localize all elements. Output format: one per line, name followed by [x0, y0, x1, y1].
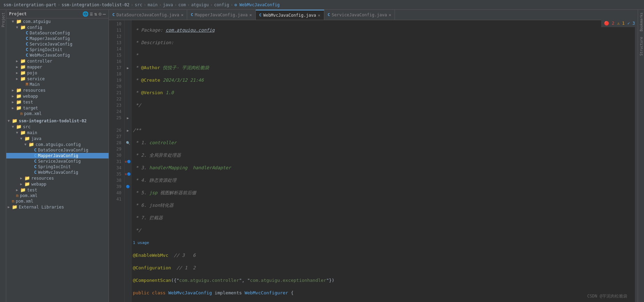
tab-label: WebMvcJavaConfig.java — [263, 13, 316, 18]
line-numbers: 10 11 12 13 14 15 16 17 18 19 20 21 22 2… — [109, 20, 125, 302]
tree-item[interactable]: ▼ 📁 com.atguigu.config — [6, 141, 109, 147]
tree-item[interactable]: ▼ 📁 ssm-integration-todolist-02 — [6, 118, 109, 124]
vertical-scrollbar[interactable] — [635, 20, 638, 302]
tree-item[interactable]: ▼ 📁 config — [6, 24, 109, 30]
breadcrumb-part[interactable]: config — [214, 2, 229, 7]
tree-item[interactable]: ▶ 📁 webapp — [6, 93, 109, 99]
tree-item[interactable]: M Main — [6, 82, 109, 87]
tree-item[interactable]: C DataSourceConfig — [6, 30, 109, 36]
breadcrumb-part[interactable]: ssm-integration-todolist-02 — [62, 2, 129, 7]
tree-item[interactable]: ▶ 📁 service — [6, 76, 109, 82]
tab-close[interactable]: ✕ — [181, 13, 183, 17]
tree-item[interactable]: C MapperJavaConfig — [6, 36, 109, 41]
tree-item[interactable]: ▶ 📁 webapp — [6, 181, 109, 187]
tree-item[interactable]: ▼ 📁 com.atguigu — [6, 18, 109, 24]
sidebar-icon-sort[interactable]: ⇅ — [94, 11, 97, 17]
tree-item[interactable]: ▶ 📁 test — [6, 99, 109, 105]
code-content[interactable]: * Package: com.atguigu.config * Descript… — [132, 20, 635, 302]
gutter: ▶ ▶ ▶ 🔍 ⚙🔵 ⚙🔵 🔵 — [125, 20, 132, 302]
bookmarks-label[interactable]: Bookmarks — [638, 10, 644, 34]
tree-item[interactable]: C WebMvcJavaConfig — [6, 52, 109, 58]
sidebar-icon-gear[interactable]: ⚙ — [98, 11, 101, 17]
tree-item[interactable]: ▶ 📁 target — [6, 105, 109, 111]
sidebar-header: Project 🌐 ≡ ⇅ ⚙ — — [6, 10, 109, 18]
tree-item[interactable]: ▶ 📁 resources — [6, 87, 109, 93]
info-count[interactable]: ✓ 3 — [627, 21, 635, 26]
error-count[interactable]: 🔴 2 — [604, 21, 614, 26]
tree-item[interactable]: m pom.xml — [6, 198, 109, 204]
sidebar-icon-close[interactable]: — — [103, 11, 106, 17]
tree-item-external-libraries[interactable]: ▶ 📁 External Libraries — [6, 204, 109, 210]
tab-label: DataSourceJavaConfig.java — [117, 13, 180, 17]
tree-item[interactable]: ▼ 📁 src — [6, 124, 109, 130]
tree-item-mapper-selected[interactable]: C MapperJavaConfig — [6, 153, 109, 158]
left-side-bars: Project — [0, 10, 6, 302]
breadcrumb-part[interactable]: com — [178, 2, 186, 7]
breadcrumb-part[interactable]: atguigu — [191, 2, 209, 7]
tree-item[interactable]: m pom.xml — [6, 111, 109, 116]
tree-item[interactable]: C WebMvcJavaConfig — [6, 170, 109, 175]
tree-item[interactable]: ▶ 📁 test — [6, 187, 109, 193]
sidebar-icon-filter[interactable]: ≡ — [90, 11, 93, 17]
tree-item[interactable]: ▶ 📁 mapper — [6, 64, 109, 70]
tree-item[interactable]: C DataSourceJavaConfig — [6, 147, 109, 153]
tab-service[interactable]: C ServiceJavaConfig.java ✕ — [324, 10, 395, 20]
breadcrumb-part[interactable]: main — [148, 2, 158, 7]
tab-close[interactable]: ✕ — [249, 13, 252, 17]
sidebar: Project 🌐 ≡ ⇅ ⚙ — ▼ 📁 com.atguigu ▼ 📁 co… — [6, 10, 109, 302]
tree-item[interactable]: C ServiceJavaConfig — [6, 41, 109, 47]
warning-count[interactable]: ⚠ 1 — [617, 21, 625, 26]
tab-bar: C DataSourceJavaConfig.java ✕ C MapperJa… — [109, 10, 638, 20]
code-area: 10 11 12 13 14 15 16 17 18 19 20 21 22 2… — [109, 20, 638, 302]
tab-datasource[interactable]: C DataSourceJavaConfig.java ✕ — [109, 10, 187, 20]
tree-item[interactable]: C SpringIocInit — [6, 164, 109, 170]
tree-item[interactable]: ▶ 📁 controller — [6, 58, 109, 64]
tab-mapper[interactable]: C MapperJavaConfig.java ✕ — [187, 10, 256, 20]
tree-item[interactable]: m pom.xml — [6, 193, 109, 198]
tab-webmvc[interactable]: C WebMvcJavaConfig.java ✕ — [256, 10, 324, 20]
project-label[interactable]: Project — [0, 10, 6, 30]
breadcrumb-part[interactable]: src — [135, 2, 142, 7]
breadcrumb-bar: ssm-intergration-part › ssm-integration-… — [0, 0, 644, 10]
sidebar-icon-earth[interactable]: 🌐 — [82, 11, 88, 17]
structure-label[interactable]: Structure — [638, 34, 644, 58]
breadcrumb-part[interactable]: ⚙ WebMvcJavaConfig — [234, 2, 280, 7]
tree-item[interactable]: ▼ 📁 main — [6, 130, 109, 136]
breadcrumb-part[interactable]: ssm-intergration-part — [3, 2, 56, 7]
tab-close[interactable]: ✕ — [318, 13, 320, 18]
sidebar-title: Project — [9, 11, 82, 16]
tree-item[interactable]: ▶ 📁 pojo — [6, 70, 109, 76]
content-area: 🔴 2 ⚠ 1 ✓ 3 m ✕ C DataSourceJavaConfig.j… — [109, 10, 638, 302]
breadcrumb-part[interactable]: java — [163, 2, 173, 7]
tree-item[interactable]: ▼ 📁 java — [6, 136, 109, 141]
sidebar-header-icons: 🌐 ≡ ⇅ ⚙ — — [82, 11, 106, 17]
tree-item[interactable]: C SpringIocInit — [6, 47, 109, 52]
tree-item[interactable]: C ServiceJavaConfig — [6, 158, 109, 164]
tree-item[interactable]: ▶ 📁 resources — [6, 175, 109, 181]
tab-label: ServiceJavaConfig.java — [332, 13, 387, 17]
watermark: CSDN @芋泥肉松脆袋 — [587, 293, 627, 299]
tab-close[interactable]: ✕ — [389, 13, 391, 17]
tab-label: MapperJavaConfig.java — [195, 13, 248, 17]
error-bar: 🔴 2 ⚠ 1 ✓ 3 — [601, 19, 638, 27]
